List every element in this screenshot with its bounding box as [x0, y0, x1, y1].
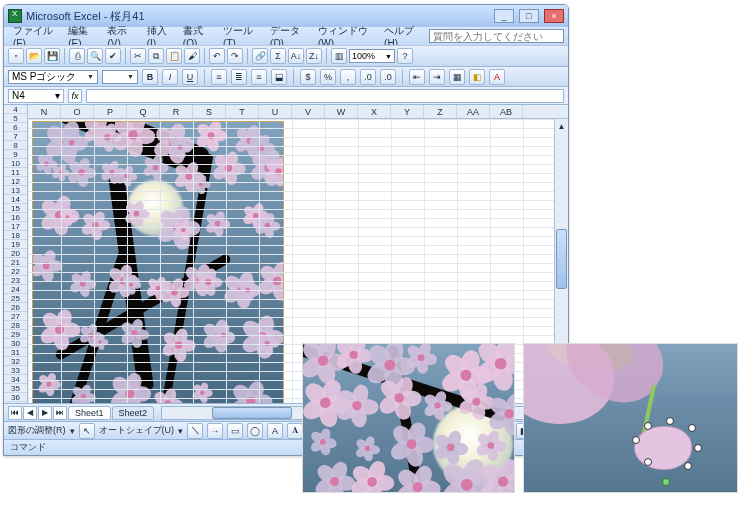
row-header[interactable]: 9: [4, 150, 27, 159]
minimize-button[interactable]: _: [494, 9, 514, 23]
edit-handle[interactable]: [694, 444, 702, 452]
scroll-thumb[interactable]: [556, 229, 567, 289]
underline-button[interactable]: U: [182, 69, 198, 85]
column-header[interactable]: X: [358, 105, 391, 118]
decrease-indent-button[interactable]: ⇤: [409, 69, 425, 85]
column-header[interactable]: N: [28, 105, 61, 118]
copy-button[interactable]: ⧉: [148, 48, 164, 64]
tab-nav-last-button[interactable]: ⏭: [53, 406, 67, 420]
insert-function-button[interactable]: fx: [68, 89, 82, 103]
row-header[interactable]: 6: [4, 123, 27, 132]
row-header[interactable]: 13: [4, 186, 27, 195]
scroll-thumb[interactable]: [212, 407, 292, 419]
paste-button[interactable]: 📋: [166, 48, 182, 64]
row-header[interactable]: 24: [4, 285, 27, 294]
draw-adjust-menu[interactable]: 図形の調整(R): [8, 424, 66, 437]
row-header[interactable]: 30: [4, 339, 27, 348]
font-color-button[interactable]: A: [489, 69, 505, 85]
row-header[interactable]: 20: [4, 249, 27, 258]
sort-asc-button[interactable]: A↓: [288, 48, 304, 64]
italic-button[interactable]: I: [162, 69, 178, 85]
row-header[interactable]: 15: [4, 204, 27, 213]
row-header[interactable]: 23: [4, 276, 27, 285]
align-center-button[interactable]: ≣: [231, 69, 247, 85]
row-header[interactable]: 31: [4, 348, 27, 357]
column-header[interactable]: O: [61, 105, 94, 118]
cut-button[interactable]: ✂: [130, 48, 146, 64]
autoshape-menu[interactable]: オートシェイプ(U): [99, 424, 175, 437]
rotation-handle[interactable]: [662, 478, 670, 486]
preview-button[interactable]: 🔍: [87, 48, 103, 64]
row-header[interactable]: 4: [4, 105, 27, 114]
save-button[interactable]: 💾: [44, 48, 60, 64]
row-header[interactable]: 27: [4, 312, 27, 321]
column-header[interactable]: P: [94, 105, 127, 118]
merge-button[interactable]: ⬓: [271, 69, 287, 85]
formula-input[interactable]: [86, 89, 564, 103]
column-header[interactable]: Q: [127, 105, 160, 118]
row-header[interactable]: 25: [4, 294, 27, 303]
column-header[interactable]: Y: [391, 105, 424, 118]
row-header[interactable]: 28: [4, 321, 27, 330]
row-header[interactable]: 10: [4, 159, 27, 168]
link-button[interactable]: 🔗: [252, 48, 268, 64]
fill-color-button[interactable]: ◧: [469, 69, 485, 85]
spell-button[interactable]: ✔: [105, 48, 121, 64]
edit-handle[interactable]: [644, 458, 652, 466]
textbox-button[interactable]: A: [267, 423, 283, 439]
row-header[interactable]: 36: [4, 393, 27, 402]
edit-handle[interactable]: [666, 417, 674, 425]
selected-petal-shape[interactable]: [634, 426, 692, 470]
format-painter-button[interactable]: 🖌: [184, 48, 200, 64]
align-left-button[interactable]: ≡: [211, 69, 227, 85]
bold-button[interactable]: B: [142, 69, 158, 85]
sum-button[interactable]: Σ: [270, 48, 286, 64]
row-header[interactable]: 22: [4, 267, 27, 276]
oval-button[interactable]: ◯: [247, 423, 263, 439]
row-header[interactable]: 8: [4, 141, 27, 150]
row-header[interactable]: 17: [4, 222, 27, 231]
edit-handle[interactable]: [644, 422, 652, 430]
redo-button[interactable]: ↷: [227, 48, 243, 64]
borders-button[interactable]: ▦: [449, 69, 465, 85]
row-header[interactable]: 21: [4, 258, 27, 267]
arrow-button[interactable]: →: [207, 423, 223, 439]
tab-nav-next-button[interactable]: ▶: [38, 406, 52, 420]
name-box[interactable]: N4 ▾: [8, 89, 64, 103]
scroll-up-button[interactable]: ▲: [555, 119, 568, 133]
row-header[interactable]: 18: [4, 231, 27, 240]
comma-button[interactable]: ,: [340, 69, 356, 85]
row-header[interactable]: 33: [4, 366, 27, 375]
edit-handle[interactable]: [632, 436, 640, 444]
currency-button[interactable]: $: [300, 69, 316, 85]
row-header[interactable]: 5: [4, 114, 27, 123]
help-search-input[interactable]: [429, 29, 564, 43]
decrease-decimal-button[interactable]: .0: [380, 69, 396, 85]
row-header[interactable]: 32: [4, 357, 27, 366]
column-header[interactable]: V: [292, 105, 325, 118]
row-header[interactable]: 29: [4, 330, 27, 339]
increase-decimal-button[interactable]: .0: [360, 69, 376, 85]
tab-nav-prev-button[interactable]: ◀: [23, 406, 37, 420]
chart-button[interactable]: ▥: [331, 48, 347, 64]
row-header[interactable]: 37: [4, 402, 27, 403]
rectangle-button[interactable]: ▭: [227, 423, 243, 439]
close-button[interactable]: ×: [544, 9, 564, 23]
column-header[interactable]: AB: [490, 105, 523, 118]
font-name-dropdown[interactable]: MS Pゴシック ▼: [8, 70, 98, 84]
tab-nav-first-button[interactable]: ⏮: [8, 406, 22, 420]
edit-handle[interactable]: [688, 424, 696, 432]
undo-button[interactable]: ↶: [209, 48, 225, 64]
column-headers[interactable]: NOPQRSTUVWXYZAAAB: [28, 105, 568, 119]
column-header[interactable]: Z: [424, 105, 457, 118]
font-size-dropdown[interactable]: ▼: [102, 70, 138, 84]
row-header[interactable]: 11: [4, 168, 27, 177]
wordart-button[interactable]: 𝐀: [287, 423, 303, 439]
sort-desc-button[interactable]: Z↓: [306, 48, 322, 64]
row-header[interactable]: 34: [4, 375, 27, 384]
help-button[interactable]: ?: [397, 48, 413, 64]
column-header[interactable]: R: [160, 105, 193, 118]
row-header[interactable]: 12: [4, 177, 27, 186]
edit-handle[interactable]: [684, 462, 692, 470]
row-header[interactable]: 7: [4, 132, 27, 141]
